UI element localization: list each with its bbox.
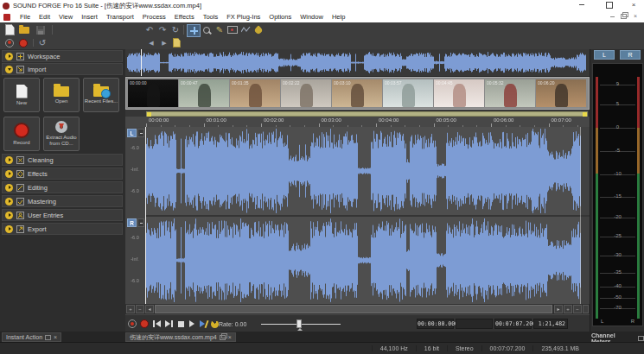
menu-insert[interactable]: Insert [77,13,102,21]
right-channel-minimize-button[interactable] [137,218,144,227]
document-tab[interactable]: 伤速的安详www.ssdax.com.mp4 × [125,332,236,342]
selection-end-field[interactable]: 00:07:07.200 [494,319,532,329]
overview-cursor[interactable] [141,49,142,76]
video-thumbnail[interactable]: 00:02:22 [281,79,331,107]
selection-length-field[interactable]: 1:21,482 [533,319,568,329]
video-thumbnail[interactable]: 00:05:32 [485,79,535,107]
sidebar-section-effects[interactable]: Effects [2,168,123,180]
restore-icon[interactable] [220,335,226,340]
horizontal-scrollbar[interactable]: + − ◂ ▸ + − [125,304,590,314]
video-thumbnail[interactable]: 00:01:35 [230,79,280,107]
meter-right-button[interactable]: R [620,50,641,60]
close-tab-icon[interactable]: × [54,334,57,340]
undo-icon[interactable]: ↶ [143,24,156,35]
menu-window[interactable]: Window [296,13,328,21]
marker-next-icon[interactable]: ▶ [158,38,170,47]
record-icon[interactable] [17,38,29,47]
sidebar-section-export[interactable]: Export [2,223,123,235]
record-button[interactable]: Record [3,117,40,151]
sidebar-section-user-entries[interactable]: User Entries [2,209,123,221]
new-button[interactable]: New [3,78,40,112]
sidebar-section-editing[interactable]: Editing [2,181,123,193]
edit-area[interactable]: L -6.0 -Inf. -6.0 R -6.0 -Inf. -6.0 [125,127,590,305]
menu-tools[interactable]: Tools [199,13,223,21]
zoom-in-time-icon[interactable]: + [564,305,572,313]
pencil-tool-icon[interactable]: ✎ [214,24,226,35]
open-file-icon[interactable] [18,24,30,35]
record-arm-button[interactable] [127,319,137,328]
float-icon[interactable] [45,335,51,340]
redo-icon[interactable]: ↷ [156,24,169,35]
sidebar-section-cleaning[interactable]: Cleaning [2,154,123,166]
menu-process[interactable]: Process [138,13,170,21]
float-icon[interactable] [638,336,644,341]
menu-options[interactable]: Options [265,13,296,21]
save-icon[interactable] [35,24,47,35]
zoom-tool-icon[interactable] [583,305,589,313]
expander-icon[interactable] [5,184,13,192]
edit-cursor[interactable] [145,127,146,304]
go-to-end-button[interactable] [163,319,174,328]
expander-icon[interactable] [5,198,13,205]
repeat-icon[interactable]: ↻ [169,24,182,35]
marker-previous-icon[interactable]: ◀ [145,38,157,47]
menu-effects[interactable]: Effects [170,13,199,21]
paint-tool-icon[interactable] [252,24,265,35]
menu-help[interactable]: Help [328,13,349,21]
selection-start-field[interactable] [456,319,493,329]
zoom-out-time-icon[interactable]: − [573,305,582,313]
instant-action-tab[interactable]: Instant Action × [2,332,61,342]
scrollbar-thumb[interactable] [155,305,552,313]
zoom-in-icon[interactable]: + [126,305,135,313]
magnify-tool-icon[interactable] [201,24,213,35]
snapshot-icon[interactable] [226,24,239,35]
expander-icon[interactable] [5,170,13,178]
expander-icon[interactable] [5,212,13,219]
video-thumbnail[interactable]: 00:03:10 [332,79,382,107]
overview-waveform[interactable] [127,51,586,74]
close-document-icon[interactable]: × [228,334,232,340]
maximize-button[interactable] [600,0,619,10]
envelope-tool-icon[interactable] [239,24,252,35]
menu-transport[interactable]: Transport [102,13,138,21]
menu-view[interactable]: View [54,13,77,21]
zoom-out-icon[interactable]: − [136,305,144,313]
child-restore-button[interactable] [618,12,628,21]
new-window-icon[interactable] [170,38,182,47]
sidebar-section-workspace[interactable]: Workspace [2,50,123,62]
left-channel-waveform[interactable] [145,127,581,215]
video-thumbnail[interactable]: 00:03:57 [383,79,433,107]
video-thumbnail[interactable]: 00:00:47 [179,79,229,107]
left-channel-button[interactable]: L [127,129,137,137]
child-minimize-button[interactable] [607,12,617,21]
child-close-button[interactable]: × [630,12,641,21]
expander-icon[interactable] [5,156,13,164]
close-button[interactable]: × [624,0,643,10]
record-arm-icon[interactable] [3,38,16,47]
scroll-right-icon[interactable]: ▸ [554,305,563,313]
right-channel-waveform[interactable] [145,217,581,304]
record-button[interactable] [139,319,150,328]
expander-icon[interactable] [5,53,13,60]
go-to-start-button[interactable] [151,319,162,328]
extract-audio-button[interactable]: Extract Audio from CD... [43,117,80,151]
menu-edit[interactable]: Edit [35,13,54,21]
scroll-left-icon[interactable]: ◂ [145,305,154,313]
menu-fx-plug-ins[interactable]: FX Plug-Ins [222,13,265,21]
sidebar-section-mastering[interactable]: Mastering [2,195,123,207]
right-channel-button[interactable]: R [127,218,137,227]
position-field[interactable]: 00:00:00.000 [417,319,454,329]
loop-playback-icon[interactable]: ↺ [36,38,48,47]
rate-slider-thumb[interactable] [296,319,302,328]
menu-file[interactable]: File [16,13,35,21]
play-button[interactable] [187,319,197,328]
new-file-icon[interactable] [3,24,16,35]
minimize-button[interactable] [572,0,591,10]
meter-display[interactable]: 950-5-10-15-20-25-30-35-40-50-70 L R [592,63,643,326]
recent-files-button[interactable]: Recent Files... [83,78,119,112]
play-as-cutlist-button[interactable] [198,319,208,328]
overview-bar[interactable] [125,49,590,77]
video-thumbnail[interactable]: 00:06:20 [536,79,586,107]
expander-icon[interactable] [5,66,13,73]
open-button[interactable]: Open [43,78,80,112]
